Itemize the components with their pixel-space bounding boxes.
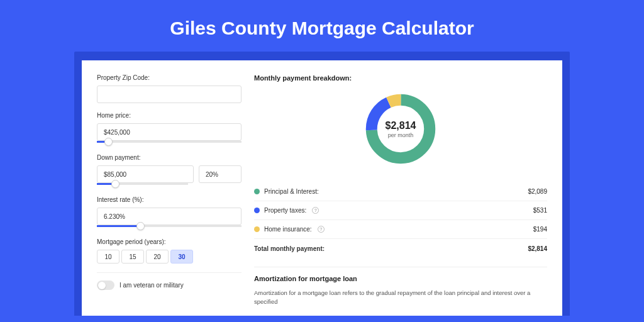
down-slider-thumb[interactable] [111,180,119,188]
veteran-toggle[interactable] [97,280,114,290]
period-button-10[interactable]: 10 [97,250,119,264]
donut-sub: per month [388,132,414,138]
down-input[interactable] [97,165,194,183]
rate-slider[interactable] [97,225,242,227]
calculator-card: Property Zip Code: Home price: Down paym… [82,60,562,316]
amort-title: Amortization for mortgage loan [254,275,547,282]
period-button-20[interactable]: 20 [146,250,169,264]
donut-chart-wrap: $2,814 per month [254,91,547,167]
period-button-group: 10152030 [97,250,242,264]
legend-label: Home insurance: [264,226,312,233]
calculator-card-backdrop: Property Zip Code: Home price: Down paym… [74,52,570,316]
rate-label: Interest rate (%): [97,196,242,203]
amort-text: Amortization for a mortgage loan refers … [254,289,547,307]
price-field: Home price: [97,112,242,143]
legend: Principal & Interest:$2,089Property taxe… [254,182,547,258]
legend-value: $531 [533,207,547,214]
period-button-30[interactable]: 30 [170,250,193,264]
veteran-row: I am veteran or military [97,280,242,290]
legend-dot-icon [254,226,260,232]
price-slider[interactable] [97,141,242,143]
down-pct-input[interactable] [199,165,242,183]
donut-chart: $2,814 per month [362,91,439,167]
rate-field: Interest rate (%): [97,196,242,227]
legend-row: Home insurance:?$194 [254,220,547,239]
zip-label: Property Zip Code: [97,74,242,81]
price-slider-thumb[interactable] [104,138,113,146]
legend-value: $2,089 [528,188,547,195]
breakdown-divider [254,267,547,267]
down-label: Down payment: [97,154,242,161]
period-label: Mortgage period (years): [97,238,242,245]
down-slider[interactable] [97,183,188,185]
period-field: Mortgage period (years): 10152030 [97,238,242,264]
form-divider [97,272,242,273]
price-label: Home price: [97,112,242,119]
legend-total-row: Total monthly payment:$2,814 [254,239,547,258]
legend-dot-icon [254,189,260,194]
legend-row: Principal & Interest:$2,089 [254,182,547,201]
down-field: Down payment: [97,154,242,185]
price-input[interactable] [97,123,242,141]
info-icon[interactable]: ? [318,226,325,233]
total-label: Total monthly payment: [254,245,325,252]
info-icon[interactable]: ? [312,207,319,214]
legend-row: Property taxes:?$531 [254,201,547,220]
rate-slider-thumb[interactable] [136,222,145,230]
legend-label: Property taxes: [264,207,306,214]
zip-field: Property Zip Code: [97,74,242,103]
total-value: $2,814 [528,245,547,252]
rate-input[interactable] [97,208,242,225]
period-button-15[interactable]: 15 [121,250,144,264]
zip-input[interactable] [97,86,242,103]
legend-label: Principal & Interest: [264,188,319,195]
veteran-label: I am veteran or military [119,282,184,289]
breakdown-title: Monthly payment breakdown: [254,74,547,82]
page-title: Giles County Mortgage Calculator [0,0,644,52]
form-panel: Property Zip Code: Home price: Down paym… [97,74,253,316]
legend-value: $194 [533,226,547,233]
breakdown-panel: Monthly payment breakdown: $2,814 per mo… [253,74,547,316]
donut-amount: $2,814 [386,120,416,131]
legend-dot-icon [254,208,260,213]
